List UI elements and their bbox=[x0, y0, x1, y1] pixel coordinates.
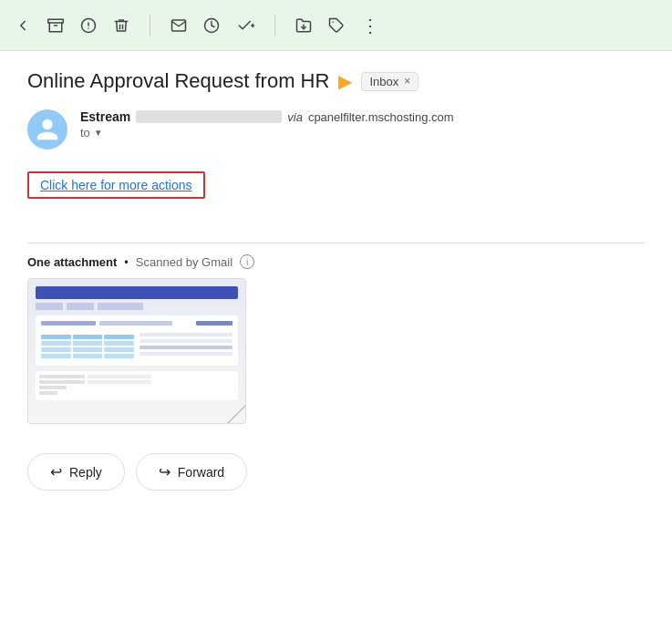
doc-section-label-1 bbox=[39, 375, 85, 378]
more-options-icon[interactable]: ⋮ bbox=[361, 15, 380, 36]
doc-toolbar bbox=[36, 303, 238, 310]
back-icon[interactable] bbox=[15, 17, 31, 34]
action-buttons: ↩ Reply ↪ Forward bbox=[27, 453, 645, 500]
doc-side-line-1 bbox=[140, 333, 233, 336]
forward-icon: ↪ bbox=[159, 463, 171, 481]
doc-btn-1 bbox=[36, 303, 63, 310]
doc-section-row-3 bbox=[39, 386, 234, 389]
sender-info: Estream via cpanelfilter.mschosting.com … bbox=[80, 109, 645, 140]
inbox-badge: Inbox × bbox=[361, 72, 419, 91]
doc-section-val-2 bbox=[88, 380, 151, 384]
doc-table-row-1 bbox=[41, 341, 134, 346]
snooze-icon[interactable] bbox=[203, 17, 220, 34]
doc-preview bbox=[28, 279, 245, 423]
report-spam-icon[interactable] bbox=[80, 17, 97, 34]
mark-done-icon[interactable] bbox=[236, 17, 254, 34]
doc-label-1 bbox=[41, 321, 96, 326]
email-content: Online Approval Request from HR ▶ Inbox … bbox=[0, 51, 672, 518]
doc-btn-3 bbox=[98, 303, 143, 310]
email-body: Click here for more actions bbox=[27, 171, 645, 228]
doc-header-bar bbox=[36, 286, 238, 299]
doc-label-right-1 bbox=[196, 321, 233, 326]
doc-cell-h3 bbox=[104, 335, 134, 339]
reply-button[interactable]: ↩ Reply bbox=[27, 453, 125, 491]
sender-row: Estream via cpanelfilter.mschosting.com … bbox=[27, 109, 645, 150]
doc-section-row-4 bbox=[39, 391, 234, 395]
move-to-icon[interactable] bbox=[295, 17, 312, 34]
toolbar-separator-2 bbox=[274, 15, 275, 36]
attachment-count-label: One attachment bbox=[27, 255, 117, 269]
doc-cell-r1c3 bbox=[104, 341, 134, 346]
attachment-bullet: • bbox=[124, 255, 129, 269]
doc-section-label-4 bbox=[39, 391, 57, 395]
doc-section-row-2 bbox=[39, 380, 234, 384]
inbox-badge-close-icon[interactable]: × bbox=[404, 75, 410, 88]
doc-cell-r3c3 bbox=[104, 354, 134, 358]
doc-side-line-2 bbox=[140, 339, 233, 343]
sender-to-label: to bbox=[80, 126, 90, 140]
sender-to-row: to ▼ bbox=[80, 126, 645, 140]
label-icon[interactable] bbox=[328, 17, 345, 34]
sender-via-label: via bbox=[287, 110, 303, 124]
attachment-scanned-label: Scanned by Gmail bbox=[136, 255, 233, 269]
sender-avatar bbox=[27, 109, 67, 150]
doc-section-row-1 bbox=[39, 375, 234, 378]
scanned-info-icon[interactable]: i bbox=[240, 254, 254, 269]
svg-rect-0 bbox=[48, 19, 64, 23]
action-link[interactable]: Click here for more actions bbox=[40, 178, 192, 192]
doc-cell-h1 bbox=[41, 335, 71, 339]
forward-button[interactable]: ↪ Forward bbox=[136, 453, 247, 491]
doc-cell-r1c2 bbox=[73, 341, 103, 346]
doc-side-line-3 bbox=[140, 346, 233, 349]
doc-row-1 bbox=[41, 321, 233, 326]
doc-section-label-2 bbox=[39, 380, 85, 384]
doc-table-header-row bbox=[41, 335, 134, 339]
doc-section-val-1 bbox=[88, 375, 151, 378]
doc-cell-r3c1 bbox=[41, 354, 71, 358]
doc-cell-h2 bbox=[73, 335, 103, 339]
reply-label: Reply bbox=[69, 465, 102, 480]
forward-label: Forward bbox=[178, 465, 224, 480]
doc-table-row-3 bbox=[41, 354, 134, 358]
subject-row: Online Approval Request from HR ▶ Inbox … bbox=[27, 69, 645, 93]
subject-arrow-icon: ▶ bbox=[338, 70, 352, 92]
doc-table-row-2 bbox=[41, 347, 134, 352]
doc-table bbox=[41, 335, 134, 358]
mail-icon[interactable] bbox=[171, 17, 187, 34]
doc-section bbox=[36, 371, 238, 400]
doc-btn-2 bbox=[67, 303, 94, 310]
doc-cell-r3c2 bbox=[73, 354, 103, 358]
reply-icon: ↩ bbox=[50, 463, 62, 481]
action-link-box: Click here for more actions bbox=[27, 171, 205, 199]
doc-corner-inner bbox=[229, 407, 245, 423]
attachment-thumbnail[interactable] bbox=[27, 278, 246, 424]
email-toolbar: ⋮ bbox=[0, 0, 672, 51]
archive-icon[interactable] bbox=[47, 17, 64, 34]
doc-cell-r1c1 bbox=[41, 341, 71, 346]
inbox-badge-label: Inbox bbox=[369, 75, 398, 88]
doc-value-1 bbox=[99, 321, 172, 326]
delete-icon[interactable] bbox=[113, 17, 129, 34]
sender-name: Estream bbox=[80, 109, 130, 124]
sender-email-blurred bbox=[136, 110, 282, 123]
email-subject: Online Approval Request from HR bbox=[27, 69, 329, 93]
sender-name-row: Estream via cpanelfilter.mschosting.com bbox=[80, 109, 645, 124]
to-dropdown-icon[interactable]: ▼ bbox=[94, 128, 103, 138]
toolbar-separator-1 bbox=[150, 15, 150, 36]
doc-cell-r2c1 bbox=[41, 347, 71, 352]
doc-cell-r2c2 bbox=[73, 347, 103, 352]
doc-side-line-4 bbox=[140, 352, 233, 356]
divider bbox=[27, 243, 645, 243]
doc-cell-r2c3 bbox=[104, 347, 134, 352]
doc-section-label-3 bbox=[39, 386, 67, 389]
attachment-header: One attachment • Scanned by Gmail i bbox=[27, 254, 645, 269]
sender-via-domain: cpanelfilter.mschosting.com bbox=[308, 110, 454, 124]
